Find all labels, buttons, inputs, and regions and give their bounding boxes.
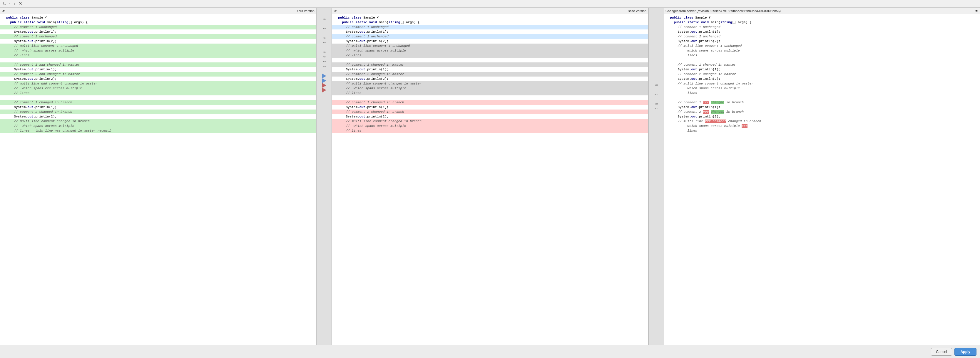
- left-eye-icon[interactable]: 👁: [2, 9, 5, 13]
- code-line: // comment 2 changed in branch: [332, 110, 648, 114]
- prev-diff-button[interactable]: ↑: [8, 1, 12, 6]
- gutter-item: [649, 8, 664, 12]
- code-line: public static void main(string[] args) {: [0, 20, 316, 25]
- code-line: System.out.println(1);: [664, 29, 980, 34]
- gutter-item: [317, 69, 332, 74]
- arrow-left[interactable]: ×»: [323, 65, 326, 68]
- right-middle-gutter: «× «× «× «×: [648, 8, 664, 345]
- arrow-left[interactable]: ×»: [323, 42, 326, 45]
- gutter-item: [317, 22, 332, 27]
- gutter-item: [649, 22, 664, 27]
- arrow-left[interactable]: ×»: [323, 60, 326, 63]
- code-line: System.out.println(2);: [664, 77, 980, 81]
- middle-eye-icon[interactable]: 👁: [334, 9, 337, 13]
- code-line: which spans across multiple: [664, 86, 980, 91]
- code-line: // multi line comment changed in master: [332, 81, 648, 86]
- gutter-item: [317, 83, 332, 88]
- cancel-button[interactable]: Cancel: [931, 348, 952, 356]
- options-button[interactable]: ⦿: [18, 1, 23, 6]
- code-line: // multi line comment changed in branch: [0, 119, 316, 124]
- next-diff-button[interactable]: ↓: [13, 1, 17, 6]
- code-line: System.out.println(2);: [332, 114, 648, 119]
- code-line: // comment 2 unchanged: [664, 34, 980, 39]
- code-line: System.out.println(2);: [664, 114, 980, 119]
- right-arrow-close[interactable]: «×: [655, 93, 658, 96]
- code-line: [0, 58, 316, 62]
- arrow-left[interactable]: ×»: [323, 51, 326, 54]
- arrow-left[interactable]: ×»: [323, 18, 326, 21]
- panel-right-header: Changes from server (revision 3599eb4791…: [664, 8, 980, 14]
- code-line: // comment 2 changed in branch: [0, 110, 316, 114]
- gutter-item: [317, 74, 332, 78]
- panel-middle: 👁 Base version public class Sample { pub…: [332, 8, 648, 345]
- code-line: which spans across multiple xxx: [664, 124, 980, 128]
- gutter-item: [649, 55, 664, 59]
- gutter-item: [317, 88, 332, 93]
- left-middle-gutter: ×» ×» ×» ×» ×» ×» ×» ×: [317, 8, 332, 345]
- code-line: public static void main(string[] args) {: [664, 20, 980, 25]
- code-line: System.out.println(2);: [0, 114, 316, 119]
- gutter-item: ×»: [317, 50, 332, 55]
- arrow-left[interactable]: ×»: [323, 37, 326, 40]
- gutter-item: [649, 17, 664, 22]
- code-line: [664, 95, 980, 100]
- code-line: System.out.println(1);: [332, 29, 648, 34]
- gutter-item: [317, 78, 332, 83]
- swap-button[interactable]: ⇆: [2, 1, 7, 6]
- right-eye-icon[interactable]: 👁: [975, 9, 978, 13]
- code-line: // lines: [332, 91, 648, 95]
- code-line: // lines: [332, 53, 648, 58]
- panel-right-content[interactable]: public class Sample { public static void…: [664, 14, 980, 345]
- apply-button[interactable]: Apply: [955, 348, 977, 356]
- panel-middle-content[interactable]: public class Sample { public static void…: [332, 14, 648, 345]
- code-line: // comment 2 changed in master: [332, 72, 648, 77]
- panel-left-header: 👁 Your version: [0, 8, 316, 14]
- code-line: which spans across multiple: [664, 48, 980, 53]
- code-line: [0, 95, 316, 100]
- code-line: public static void main(string[] args) {: [332, 20, 648, 25]
- arrow-left[interactable]: ×»: [323, 27, 326, 30]
- gutter-item: [317, 45, 332, 50]
- code-line: // multi line comment changed in branch: [332, 119, 648, 124]
- toolbar: ⇆ ↑ ↓ ⦿: [0, 0, 980, 8]
- code-line: System.out.println(2);: [332, 39, 648, 43]
- code-line: // comment 1 changed in master: [664, 62, 980, 67]
- gutter-item: ×»: [317, 17, 332, 22]
- right-arrow-close[interactable]: «×: [655, 103, 658, 106]
- gutter-item: [649, 69, 664, 74]
- panel-left-content[interactable]: public class Sample { public static void…: [0, 14, 316, 345]
- code-line: public class Sample {: [0, 15, 316, 20]
- code-line: // lines: [0, 91, 316, 95]
- code-line: // multi line comment 1 unchanged: [664, 43, 980, 48]
- code-line: // comment 1 changed in branch: [332, 100, 648, 105]
- code-line: [332, 95, 648, 100]
- code-line: System.out.println(2);: [0, 77, 316, 81]
- right-arrow-close[interactable]: «×: [655, 84, 658, 87]
- code-line: public class Sample {: [332, 15, 648, 20]
- code-line: System.out.println(1);: [664, 105, 980, 110]
- code-line: // multi line comment changed in master: [664, 81, 980, 86]
- arrow-left[interactable]: ×»: [323, 56, 326, 59]
- code-line: System.out.println(1);: [332, 67, 648, 72]
- gutter-item: ×»: [317, 36, 332, 41]
- code-line: // multi line ddd comment changed in mas…: [0, 81, 316, 86]
- gutter-item: «×: [649, 102, 664, 107]
- gutter-item: [317, 8, 332, 12]
- code-line: // comment 1 unchanged: [664, 25, 980, 29]
- code-line: // comment 2 changed in master: [664, 72, 980, 77]
- code-line: System.out.println(1);: [664, 67, 980, 72]
- panel-left-title: Your version: [297, 9, 315, 13]
- code-line: // which spans across multiple: [332, 86, 648, 91]
- gutter-item: [649, 41, 664, 45]
- gutter-item: ×»: [317, 55, 332, 59]
- code-line: // comment 1 unchanged: [0, 25, 316, 29]
- gutter-item: [317, 31, 332, 36]
- code-line: [664, 58, 980, 62]
- code-line: // comment 1 unchanged: [332, 25, 648, 29]
- right-arrow-close[interactable]: «×: [655, 107, 658, 110]
- panel-right-title: Changes from server (revision 3599eb4791…: [665, 9, 781, 13]
- gutter-item: [649, 78, 664, 83]
- code-line: lines: [664, 53, 980, 58]
- code-line: // which spans across multiple: [0, 48, 316, 53]
- gutter-item: [649, 27, 664, 31]
